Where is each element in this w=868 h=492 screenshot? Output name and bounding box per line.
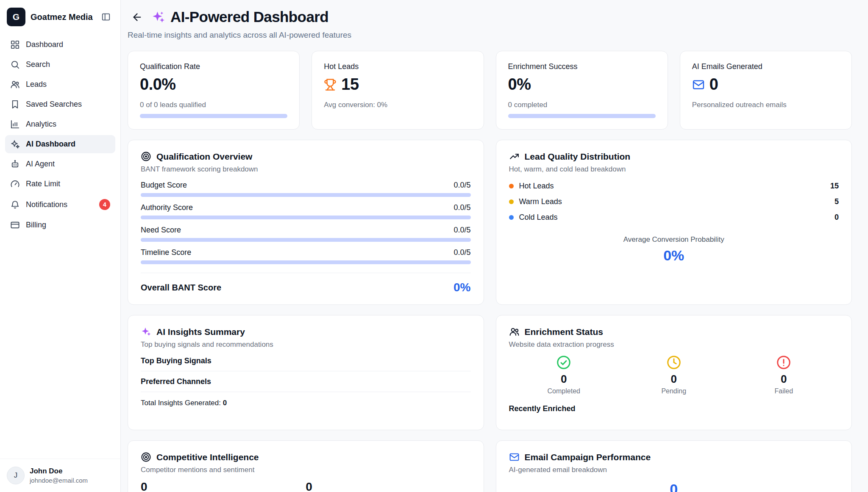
hot-dot-icon <box>509 184 514 188</box>
bell-icon <box>10 200 20 210</box>
stat-label: Qualification Rate <box>140 62 287 71</box>
sidebar-item-leads[interactable]: Leads <box>5 75 115 94</box>
page-subtitle: Real-time insights and analytics across … <box>128 30 852 40</box>
sidebar-item-notifications[interactable]: Notifications 4 <box>5 195 115 214</box>
pending-label: Pending <box>661 387 686 395</box>
email-campaign-card: Email Campaign Performance AI-generated … <box>496 440 852 492</box>
dashboard-grid-icon <box>10 40 20 50</box>
sidebar-item-saved-searches[interactable]: Saved Searches <box>5 95 115 113</box>
score-row-need: Need Score 0.0/5 <box>141 225 471 242</box>
warm-dot-icon <box>509 199 514 204</box>
stats-row: Qualification Rate 0.0% 0 of 0 leads qua… <box>128 51 852 130</box>
score-label: Budget Score <box>141 180 187 190</box>
sidebar-nav: Dashboard Search Leads Saved Searches An… <box>0 32 120 239</box>
user-name: John Doe <box>30 467 88 475</box>
sidebar-header: G Goatmez Media Lead... <box>0 0 120 32</box>
card-title: Competitive Intelligence <box>156 452 259 462</box>
completed-label: Completed <box>548 387 580 395</box>
enrichment-completed: 0 Completed <box>509 355 619 395</box>
stat-card-hot-leads: Hot Leads 15 Avg conversion: 0% <box>312 51 484 130</box>
lead-row-warm: Warm Leads 5 <box>509 197 839 206</box>
competitive-intelligence-card: Competitive Intelligence Competitor ment… <box>128 440 484 492</box>
bot-icon <box>10 159 20 169</box>
search-icon <box>10 60 20 69</box>
stat-card-qualification-rate: Qualification Rate 0.0% 0 of 0 leads qua… <box>128 51 300 130</box>
lead-row-hot: Hot Leads 15 <box>509 181 839 191</box>
user-menu[interactable]: J John Doe johndoe@email.com <box>0 459 120 492</box>
users-icon <box>10 80 20 89</box>
row-insights-enrichment: AI Insights Summary Top buying signals a… <box>128 315 852 430</box>
lead-value: 15 <box>830 181 839 191</box>
sidebar: G Goatmez Media Lead... Dashboard Search… <box>0 0 121 492</box>
trending-up-icon <box>509 151 520 162</box>
stat-subtext: 0 of 0 leads qualified <box>140 101 287 109</box>
score-label: Timeline Score <box>141 248 191 257</box>
budget-score-progressbar <box>141 193 471 197</box>
card-title: AI Insights Summary <box>156 327 245 337</box>
authority-score-progressbar <box>141 216 471 219</box>
sidebar-item-label: AI Agent <box>26 160 55 169</box>
stat-subtext: 0 completed <box>508 101 656 109</box>
target-icon <box>141 452 151 462</box>
sidebar-item-label: Leads <box>26 80 47 89</box>
lead-label: Hot Leads <box>519 181 554 191</box>
qualification-overview-card: Qualification Overview BANT framework sc… <box>128 140 484 305</box>
bar-chart-icon <box>10 119 20 129</box>
sidebar-toggle-button[interactable] <box>98 9 114 25</box>
row-competitive-email: Competitive Intelligence Competitor ment… <box>128 440 852 492</box>
main-content: AI-Powered Dashboard Real-time insights … <box>121 0 868 492</box>
back-button[interactable] <box>128 8 146 26</box>
page-header: AI-Powered Dashboard <box>128 7 852 27</box>
sidebar-item-billing[interactable]: Billing <box>5 216 115 234</box>
stat-card-enrichment-success: Enrichment Success 0% 0 completed <box>496 51 668 130</box>
lead-label: Warm Leads <box>519 197 562 206</box>
competitive-stats: 0 0 <box>141 480 471 492</box>
gauge-icon <box>10 179 20 189</box>
sidebar-item-label: Rate Limit <box>26 180 60 188</box>
card-subtitle: Hot, warm, and cold lead breakdown <box>509 165 839 174</box>
trophy-icon <box>324 78 337 91</box>
sidebar-item-label: Billing <box>26 221 46 229</box>
lead-label: Cold Leads <box>519 213 558 222</box>
user-email: johndoe@email.com <box>30 477 88 484</box>
sidebar-item-ai-dashboard[interactable]: AI Dashboard <box>5 135 115 153</box>
score-value: 0.0/5 <box>453 203 470 212</box>
target-icon <box>141 151 151 162</box>
total-insights-value: 0 <box>223 399 227 407</box>
top-buying-signals-heading: Top Buying Signals <box>141 357 471 371</box>
competitive-value: 0 <box>306 480 470 492</box>
sidebar-item-ai-agent[interactable]: AI Agent <box>5 155 115 173</box>
avg-conversion-value: 0% <box>509 247 839 264</box>
enrichment-failed: 0 Failed <box>729 355 839 395</box>
score-row-timeline: Timeline Score 0.0/5 <box>141 248 471 264</box>
sidebar-item-rate-limit[interactable]: Rate Limit <box>5 175 115 193</box>
sidebar-item-search[interactable]: Search <box>5 55 115 74</box>
stat-value: 0 <box>709 75 718 94</box>
notifications-badge: 4 <box>99 199 110 210</box>
user-info: John Doe johndoe@email.com <box>30 467 88 484</box>
sidebar-item-label: Search <box>26 60 50 69</box>
sidebar-item-label: Analytics <box>26 120 56 129</box>
failed-label: Failed <box>774 387 793 395</box>
timeline-score-progressbar <box>141 260 471 264</box>
score-label: Authority Score <box>141 203 193 212</box>
sidebar-item-analytics[interactable]: Analytics <box>5 115 115 133</box>
mail-icon <box>509 452 520 462</box>
enrichment-status-card: Enrichment Status Website data extractio… <box>496 315 852 430</box>
stat-subtext: Avg conversion: 0% <box>324 101 471 109</box>
stat-value: 0.0% <box>140 75 176 94</box>
lead-value: 0 <box>835 213 839 222</box>
stat-value: 0% <box>508 75 531 94</box>
clock-icon <box>666 355 682 370</box>
email-campaign-value: 0 <box>509 481 839 492</box>
score-value: 0.0/5 <box>453 248 470 257</box>
sidebar-item-dashboard[interactable]: Dashboard <box>5 36 115 54</box>
stat-card-ai-emails: AI Emails Generated 0 Personalized outre… <box>680 51 852 130</box>
card-title: Enrichment Status <box>525 327 604 337</box>
sparkles-icon <box>141 326 151 337</box>
qualification-rate-progressbar <box>140 114 287 118</box>
card-subtitle: BANT framework scoring breakdown <box>141 165 471 174</box>
enrichment-stats: 0 Completed 0 Pending 0 Failed <box>509 355 839 395</box>
card-subtitle: Competitor mentions and sentiment <box>141 466 471 474</box>
card-subtitle: AI-generated email breakdown <box>509 466 839 474</box>
